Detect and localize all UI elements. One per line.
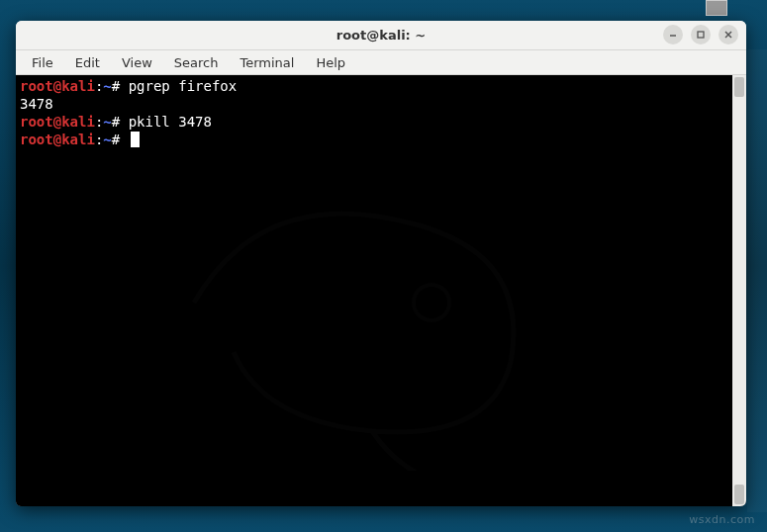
terminal-prompt-line: root@kali:~# pgrep firefox [20,77,728,95]
scrollbar-thumb-bottom[interactable] [734,485,744,504]
terminal-prompt-line: root@kali:~# [20,131,728,148]
menubar: File Edit View Search Terminal Help [16,50,746,75]
window-title: root@kali: ~ [336,28,426,43]
menu-edit[interactable]: Edit [65,52,110,73]
menu-view[interactable]: View [112,52,162,73]
desktop-panel-icon [706,0,727,16]
menu-help[interactable]: Help [306,52,355,73]
maximize-button[interactable] [691,25,711,44]
desktop-right-edge [747,49,767,512]
scrollbar-thumb-top[interactable] [734,77,744,97]
svg-rect-1 [698,32,704,38]
minimize-button[interactable] [663,25,683,44]
minimize-icon [668,30,678,40]
menu-terminal[interactable]: Terminal [230,52,304,73]
close-button[interactable] [719,25,738,44]
terminal-cursor [131,132,140,147]
window-controls [663,25,738,44]
svg-point-4 [414,285,449,320]
terminal-scrollbar[interactable] [732,75,746,506]
titlebar[interactable]: root@kali: ~ [16,21,746,50]
menu-file[interactable]: File [22,52,63,73]
menu-search[interactable]: Search [164,52,229,73]
terminal-window: root@kali: ~ File Edit View Search Termi… [16,21,746,506]
close-icon [723,30,733,40]
terminal-body[interactable]: root@kali:~# pgrep firefox3478root@kali:… [16,75,732,506]
maximize-icon [696,30,706,40]
terminal-output-line: 3478 [20,95,728,113]
terminal-area-wrap: root@kali:~# pgrep firefox3478root@kali:… [16,75,746,506]
terminal-prompt-line: root@kali:~# pkill 3478 [20,113,728,131]
kali-logo-background [115,125,610,471]
watermark: wsxdn.com [689,513,755,526]
